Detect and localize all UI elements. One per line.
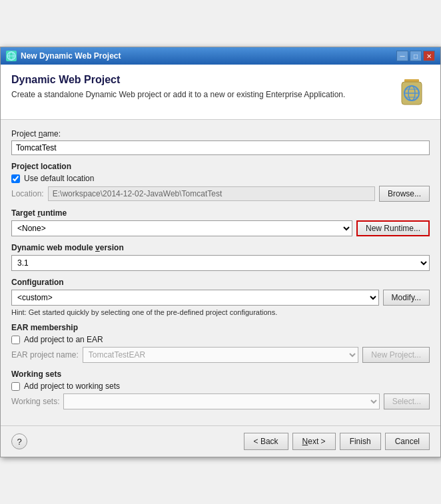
location-label: Location: (11, 189, 44, 198)
header-text: Dynamic Web Project Create a standalone … (11, 74, 345, 99)
add-to-ear-checkbox[interactable] (11, 336, 20, 344)
add-to-working-sets-checkbox[interactable] (11, 382, 20, 391)
browse-button[interactable]: Browse... (379, 186, 430, 202)
footer-right: < Back Next > Finish Cancel (244, 433, 430, 450)
ear-project-name-row: EAR project name: TomcatTestEAR New Proj… (11, 347, 430, 363)
dialog-window: New Dynamic Web Project ─ □ ✕ Dynamic We… (0, 47, 441, 457)
working-sets-label: Working sets: (11, 397, 59, 406)
dynamic-web-module-section: Dynamic web module version 3.1 3.0 2.5 2… (11, 243, 430, 271)
working-sets-select (63, 393, 379, 409)
footer: ? < Back Next > Finish Cancel (1, 425, 440, 457)
dynamic-web-module-title: Dynamic web module version (11, 243, 430, 252)
cancel-button[interactable]: Cancel (385, 433, 430, 450)
modify-button[interactable]: Modify... (383, 290, 430, 306)
finish-button[interactable]: Finish (340, 433, 381, 450)
add-to-working-sets-label: Add project to working sets (24, 381, 120, 391)
target-runtime-row: <None> New Runtime... (11, 220, 430, 236)
next-underline: N (302, 437, 308, 446)
footer-left: ? (11, 433, 27, 449)
header-icon (394, 74, 430, 110)
project-name-label: Project name: (11, 129, 430, 138)
working-sets-section: Working sets Add project to working sets… (11, 370, 430, 409)
title-buttons: ─ □ ✕ (396, 51, 435, 61)
target-runtime-title: Target runtime (11, 208, 430, 218)
close-button[interactable]: ✕ (423, 51, 435, 61)
configuration-hint: Hint: Get started quickly by selecting o… (11, 308, 430, 316)
target-runtime-select[interactable]: <None> (11, 220, 352, 236)
ear-project-name-select: TomcatTestEAR (83, 347, 359, 363)
configuration-section: Configuration <custom> Default Configura… (11, 278, 430, 316)
add-to-ear-row: Add project to an EAR (11, 335, 430, 344)
header-title: Dynamic Web Project (11, 74, 345, 86)
select-working-sets-button: Select... (384, 393, 430, 409)
maximize-button[interactable]: □ (410, 51, 422, 61)
add-to-working-sets-row: Add project to working sets (11, 381, 430, 391)
ear-membership-section: EAR membership Add project to an EAR EAR… (11, 323, 430, 363)
working-sets-row: Working sets: Select... (11, 393, 430, 409)
minimize-button[interactable]: ─ (396, 51, 408, 61)
project-location-section: Project location Use default location Lo… (11, 162, 430, 202)
help-button[interactable]: ? (11, 433, 27, 449)
ear-project-name-label: EAR project name: (11, 350, 79, 360)
new-project-button: New Project... (362, 347, 430, 363)
window-title: New Dynamic Web Project (21, 51, 121, 61)
working-sets-title: Working sets (11, 370, 430, 379)
new-runtime-button[interactable]: New Runtime... (356, 220, 430, 236)
configuration-title: Configuration (11, 278, 430, 287)
next-label-rest: ext > (308, 437, 325, 446)
ear-membership-title: EAR membership (11, 323, 430, 332)
header-description: Create a standalone Dynamic Web project … (11, 90, 345, 99)
content-area: Project name: Project location Use defau… (1, 120, 440, 425)
use-default-location-label: Use default location (24, 174, 94, 183)
next-button[interactable]: Next > (292, 433, 336, 450)
header-section: Dynamic Web Project Create a standalone … (1, 65, 440, 120)
title-bar: New Dynamic Web Project ─ □ ✕ (1, 47, 440, 65)
title-bar-left: New Dynamic Web Project (6, 51, 121, 61)
use-default-location-row: Use default location (11, 174, 430, 183)
configuration-row: <custom> Default Configuration Modify... (11, 290, 430, 306)
configuration-select[interactable]: <custom> Default Configuration (11, 290, 379, 306)
use-default-location-checkbox[interactable] (11, 174, 20, 183)
project-name-section: Project name: (11, 129, 430, 155)
target-runtime-section: Target runtime <None> New Runtime... (11, 208, 430, 236)
window-icon (6, 51, 17, 61)
add-to-ear-label: Add project to an EAR (24, 335, 103, 344)
location-input (48, 186, 375, 201)
project-location-title: Project location (11, 162, 430, 171)
project-name-input[interactable] (11, 140, 430, 155)
svg-rect-3 (404, 79, 419, 82)
location-row: Location: Browse... (11, 186, 430, 202)
back-button[interactable]: < Back (244, 433, 288, 450)
dynamic-web-module-select[interactable]: 3.1 3.0 2.5 2.4 (11, 255, 430, 271)
